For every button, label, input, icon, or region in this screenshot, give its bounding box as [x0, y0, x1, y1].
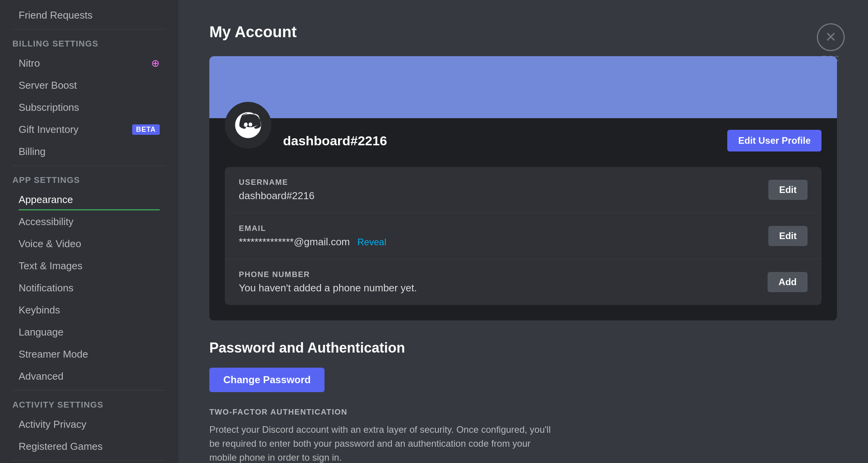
username-field-value: dashboard#2216	[239, 190, 314, 202]
profile-banner	[209, 56, 837, 118]
reveal-link[interactable]: Reveal	[357, 237, 387, 247]
sidebar-item-text-images[interactable]: Text & Images	[6, 255, 172, 277]
profile-info-row: dashboard#2216 Edit User Profile	[209, 118, 837, 167]
sidebar-divider-4	[12, 460, 166, 461]
phone-add-button[interactable]: Add	[768, 272, 808, 292]
sidebar-item-registered-games[interactable]: Registered Games	[6, 436, 172, 457]
sidebar-item-subscriptions[interactable]: Subscriptions	[6, 97, 172, 118]
email-field-value: **************@gmail.com Reveal	[239, 236, 386, 248]
sidebar-item-activity-privacy[interactable]: Activity Privacy	[6, 414, 172, 435]
email-field-label: EMAIL	[239, 224, 386, 233]
sidebar-item-advanced[interactable]: Advanced	[6, 366, 172, 387]
phone-field-value: You haven't added a phone number yet.	[239, 282, 417, 294]
two-factor-description: Protect your Discord account with an ext…	[209, 423, 558, 463]
sidebar-item-friend-requests[interactable]: Friend Requests	[6, 5, 172, 26]
profile-card: dashboard#2216 Edit User Profile USERNAM…	[209, 56, 837, 320]
email-field-row: EMAIL **************@gmail.com Reveal Ed…	[225, 213, 821, 259]
sidebar: Friend Requests BILLING SETTINGS Nitro ⊕…	[0, 0, 178, 463]
sidebar-item-streamer-mode[interactable]: Streamer Mode	[6, 344, 172, 365]
sidebar-item-voice-video[interactable]: Voice & Video	[6, 233, 172, 255]
edit-user-profile-button[interactable]: Edit User Profile	[727, 130, 821, 151]
nitro-icon: ⊕	[151, 57, 160, 69]
sidebar-item-server-boost[interactable]: Server Boost	[6, 75, 172, 96]
beta-badge: BETA	[132, 124, 160, 135]
close-button[interactable]: ✕	[817, 23, 845, 51]
change-password-button[interactable]: Change Password	[209, 368, 324, 392]
phone-field-row: PHONE NUMBER You haven't added a phone n…	[225, 259, 821, 305]
email-field-info: EMAIL **************@gmail.com Reveal	[239, 224, 386, 248]
password-section-title: Password and Authentication	[209, 340, 837, 356]
activity-settings-label: ACTIVITY SETTINGS	[0, 394, 178, 413]
username-field-row: USERNAME dashboard#2216 Edit	[225, 167, 821, 213]
username-field-info: USERNAME dashboard#2216	[239, 178, 314, 202]
fields-container-wrapper: USERNAME dashboard#2216 Edit EMAIL *****…	[209, 167, 837, 320]
avatar	[225, 102, 271, 148]
sidebar-item-gift-inventory[interactable]: Gift Inventory BETA	[6, 119, 172, 140]
phone-field-label: PHONE NUMBER	[239, 270, 417, 279]
sidebar-item-keybinds[interactable]: Keybinds	[6, 299, 172, 321]
app-settings-label: APP SETTINGS	[0, 169, 178, 188]
phone-field-info: PHONE NUMBER You haven't added a phone n…	[239, 270, 417, 294]
page-title: My Account	[209, 23, 837, 41]
sidebar-divider-2	[12, 165, 166, 166]
sidebar-item-appearance[interactable]: Appearance	[6, 189, 172, 210]
sidebar-item-notifications[interactable]: Notifications	[6, 277, 172, 299]
two-factor-label: TWO-FACTOR AUTHENTICATION	[209, 408, 837, 417]
discord-logo-icon	[233, 110, 264, 141]
username-display: dashboard#2216	[283, 122, 727, 148]
sidebar-divider-3	[12, 390, 166, 391]
sidebar-item-accessibility[interactable]: Accessibility	[6, 211, 172, 232]
username-edit-button[interactable]: Edit	[768, 180, 808, 200]
username-field-label: USERNAME	[239, 178, 314, 187]
fields-container: USERNAME dashboard#2216 Edit EMAIL *****…	[225, 167, 821, 305]
sidebar-item-nitro[interactable]: Nitro ⊕	[6, 53, 172, 74]
sidebar-item-billing[interactable]: Billing	[6, 141, 172, 162]
main-content: ✕ ESC My Account dashboard#2216 Edit Use…	[178, 0, 868, 463]
sidebar-item-language[interactable]: Language	[6, 322, 172, 343]
billing-settings-label: BILLING SETTINGS	[0, 33, 178, 52]
sidebar-divider	[12, 29, 166, 29]
email-edit-button[interactable]: Edit	[768, 226, 808, 246]
avatar-wrapper	[225, 102, 271, 148]
